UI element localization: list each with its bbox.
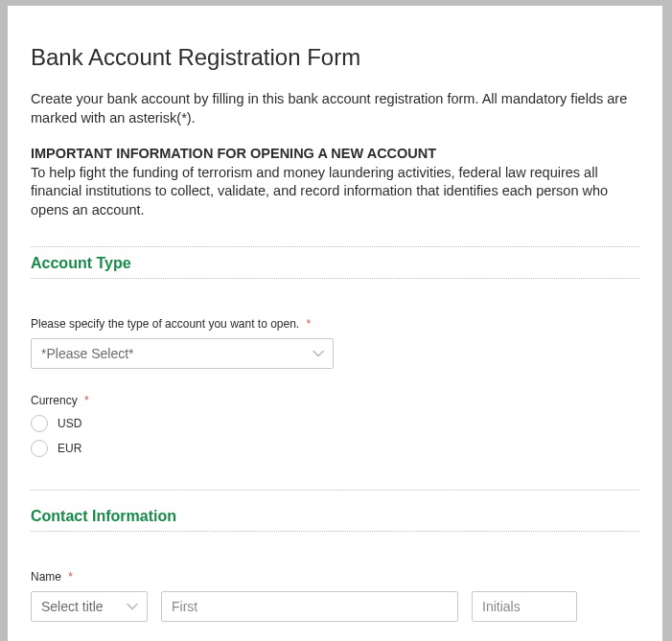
name-label-text: Name [31, 570, 61, 584]
radio-row-eur: EUR [31, 440, 639, 457]
chevron-down-icon [312, 347, 325, 360]
first-name-input[interactable] [161, 591, 458, 622]
title-select[interactable]: Select title [31, 591, 148, 622]
intro-text: Create your bank account by filling in t… [31, 90, 639, 127]
section-title-account-type: Account Type [31, 246, 639, 279]
radio-usd-label: USD [58, 417, 81, 430]
account-type-select-value: *Please Select* [41, 346, 134, 361]
required-mark: * [307, 317, 312, 331]
important-block: IMPORTANT INFORMATION FOR OPENING A NEW … [31, 145, 639, 219]
required-mark: * [68, 570, 73, 584]
initials-input[interactable] [472, 591, 577, 622]
radio-row-usd: USD [31, 415, 639, 432]
account-type-select[interactable]: *Please Select* [31, 338, 334, 369]
currency-label-text: Currency [31, 394, 78, 407]
form-page: Bank Account Registration Form Create yo… [8, 6, 662, 641]
section-divider [31, 490, 639, 491]
currency-label: Currency * [31, 394, 639, 407]
account-type-label-text: Please specify the type of account you w… [31, 317, 299, 331]
radio-eur-label: EUR [58, 442, 81, 455]
name-row: Select title [31, 591, 639, 622]
title-select-value: Select title [41, 599, 104, 614]
form-title: Bank Account Registration Form [31, 44, 639, 71]
radio-usd[interactable] [31, 415, 48, 432]
name-label: Name * [31, 570, 639, 584]
chevron-down-icon [126, 600, 139, 613]
required-mark: * [84, 394, 89, 407]
currency-group: Currency * USD EUR [31, 394, 639, 457]
important-heading: IMPORTANT INFORMATION FOR OPENING A NEW … [31, 146, 436, 161]
account-type-label: Please specify the type of account you w… [31, 317, 639, 331]
radio-eur[interactable] [31, 440, 48, 457]
section-title-contact: Contact Information [31, 500, 639, 532]
account-type-group: Please specify the type of account you w… [31, 317, 639, 369]
important-body: To help fight the funding of terrorism a… [31, 165, 608, 217]
